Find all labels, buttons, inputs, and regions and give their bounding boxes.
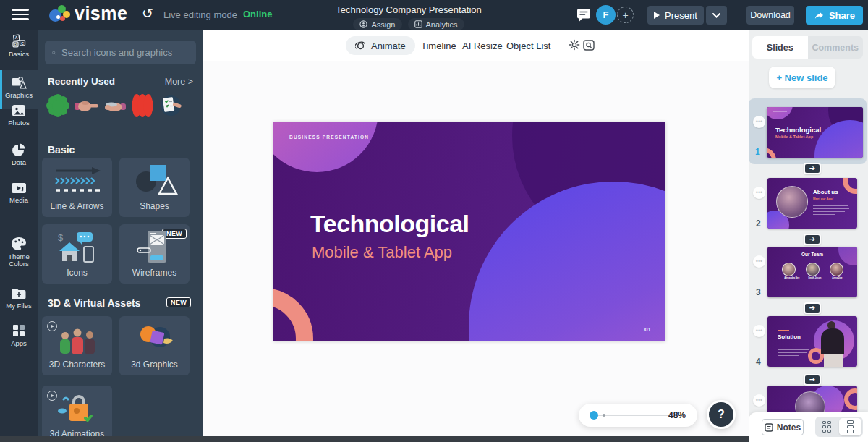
zoom-control: 48% (579, 404, 697, 427)
card-3d-animations[interactable]: 3d Animations (42, 386, 112, 436)
slide-comment-button[interactable]: ••• (753, 187, 765, 199)
card-shapes[interactable]: Shapes (119, 158, 190, 217)
panel-bottom-bar: Notes (749, 412, 868, 442)
recent-graphic-checklist[interactable] (158, 92, 184, 119)
card-3d-graphics[interactable]: 3d Graphics (119, 316, 190, 375)
sidebar-item-media[interactable]: Media (0, 182, 38, 213)
search-input[interactable] (61, 47, 189, 58)
slide-number[interactable]: 4 (756, 357, 761, 367)
new-slide-button[interactable]: + New slide (769, 67, 835, 88)
slide-transition-button[interactable]: ➔ (804, 374, 821, 386)
slides-panel: Slides Comments + New slide ••• Technolo… (749, 30, 868, 442)
present-button[interactable]: Present (647, 6, 704, 25)
notes-icon (765, 423, 773, 432)
undo-icon[interactable]: ↺ (142, 5, 153, 21)
slide-decor-gradient-circle[interactable] (469, 182, 665, 341)
sidebar-item-photos[interactable]: Photos (0, 104, 38, 136)
thumb-title: About us (813, 189, 838, 195)
analytics-button[interactable]: Analytics (408, 18, 464, 30)
slide-thumbnail-3[interactable]: Our Team Alexandra Bee Smith Jason Anna … (767, 247, 857, 297)
thumb-decor (767, 107, 793, 119)
card-label: Wireframes (119, 268, 190, 278)
sidebar-item-apps[interactable]: Apps (0, 323, 38, 355)
graphics-3d-art (119, 322, 190, 357)
sidebar-item-theme-colors[interactable]: Theme Colors (0, 237, 38, 277)
recent-graphic-pointing-hand[interactable] (73, 92, 99, 119)
recent-graphic-red-wave[interactable] (129, 92, 156, 119)
slide-transition-button[interactable]: ➔ (804, 163, 821, 174)
zoom-slider-handle[interactable] (590, 411, 598, 420)
slide-number[interactable]: 1 (755, 147, 760, 157)
data-pie-icon (12, 143, 26, 157)
thumb-subtitle: Meet our App! (813, 197, 833, 200)
basics-blocks-icon: ABC (12, 34, 27, 48)
tab-comments[interactable]: Comments (808, 36, 864, 59)
slide-transition-button[interactable]: ➔ (804, 302, 821, 314)
animate-button[interactable]: Animate (346, 36, 415, 55)
panel-tabs: Slides Comments (752, 36, 863, 59)
canvas-area[interactable]: BUSINESS PRESENTATION Technological Mobi… (203, 61, 749, 436)
add-collaborator-button[interactable]: + (617, 7, 634, 23)
slide-number[interactable]: 2 (756, 218, 761, 229)
slide-page-number[interactable]: 01 (644, 326, 651, 333)
grid-view-button[interactable] (815, 417, 838, 437)
share-arrow-icon (814, 11, 824, 20)
thumb-title: Our Team (767, 252, 857, 257)
slide-number[interactable]: 3 (756, 287, 761, 297)
slide-decor-coral-ring[interactable] (273, 288, 313, 341)
tab-slides[interactable]: Slides (752, 36, 808, 59)
notes-button[interactable]: Notes (762, 419, 804, 435)
sidebar-item-data[interactable]: Data (0, 143, 38, 174)
recent-graphic-holding-hand[interactable] (101, 92, 127, 119)
team-member: Anna Doe (825, 263, 847, 284)
object-list-button[interactable]: Object List (506, 41, 550, 51)
hamburger-menu-icon[interactable] (12, 9, 29, 21)
slide-comment-button[interactable]: ••• (753, 394, 765, 407)
window-bottom-edge (0, 436, 749, 442)
slide-comment-button[interactable]: ••• (753, 116, 765, 128)
ai-resize-button[interactable]: AI Resize (462, 41, 503, 51)
card-line-arrows[interactable]: Line & Arrows (42, 158, 112, 217)
topbar-center: Technology Company Presentation Assign A… (318, 0, 499, 30)
recent-graphic-flower[interactable] (45, 92, 71, 119)
slide-comment-button[interactable]: ••• (753, 325, 765, 337)
timeline-button[interactable]: Timeline (421, 41, 456, 51)
slide-subtitle-text[interactable]: Mobile & Tablet App (312, 243, 452, 262)
comments-icon[interactable] (576, 8, 591, 22)
share-button[interactable]: Share (806, 6, 863, 25)
help-button[interactable]: ? (707, 400, 736, 429)
present-dropdown-button[interactable] (706, 6, 727, 25)
sidebar-item-my-files[interactable]: My Files (0, 287, 38, 319)
thumb-decor (844, 388, 857, 410)
card-3d-characters[interactable]: 3D Characters (42, 316, 112, 375)
list-view-button[interactable] (839, 418, 861, 435)
slide-thumbnail-1[interactable]: Technological Mobile & Tablet App (767, 107, 863, 158)
animations-3d-art (42, 393, 112, 428)
slide-decor-pink-circle[interactable] (273, 122, 378, 172)
canvas-toolbar: Animate Timeline AI Resize Object List (203, 30, 749, 61)
settings-gear-icon[interactable] (569, 39, 580, 54)
card-wireframes[interactable]: NEW Wireframes (119, 224, 190, 284)
slide-title-text[interactable]: Technological (310, 210, 469, 238)
document-title[interactable]: Technology Company Presentation (318, 4, 499, 15)
more-link[interactable]: More > (165, 77, 193, 87)
slide-transition-button[interactable]: ➔ (804, 234, 821, 245)
analytics-chart-icon (414, 20, 422, 28)
left-sidebar: ABC Basics Graphics Photos Data Media Th… (0, 30, 38, 442)
sidebar-item-basics[interactable]: ABC Basics (0, 34, 38, 66)
slide-eyebrow-text[interactable]: BUSINESS PRESENTATION (289, 135, 369, 140)
user-avatar[interactable]: F (596, 5, 616, 25)
visme-logo-icon[interactable] (49, 5, 71, 25)
card-icons[interactable]: $ Icons (42, 224, 112, 284)
slide-thumbnail-2[interactable]: About us Meet our App! (767, 178, 857, 229)
slide-canvas[interactable]: BUSINESS PRESENTATION Technological Mobi… (273, 122, 665, 341)
sidebar-item-graphics[interactable]: Graphics (0, 70, 38, 109)
media-player-icon (11, 182, 27, 195)
visme-wordmark[interactable]: visme (75, 3, 127, 24)
preview-zoom-icon[interactable] (583, 39, 595, 54)
assign-button[interactable]: Assign (353, 18, 401, 30)
slide-comment-button[interactable]: ••• (753, 255, 765, 268)
download-button[interactable]: Download (746, 6, 794, 25)
slide-thumbnail-4[interactable]: Solution (767, 316, 857, 367)
search-icon (52, 48, 56, 58)
